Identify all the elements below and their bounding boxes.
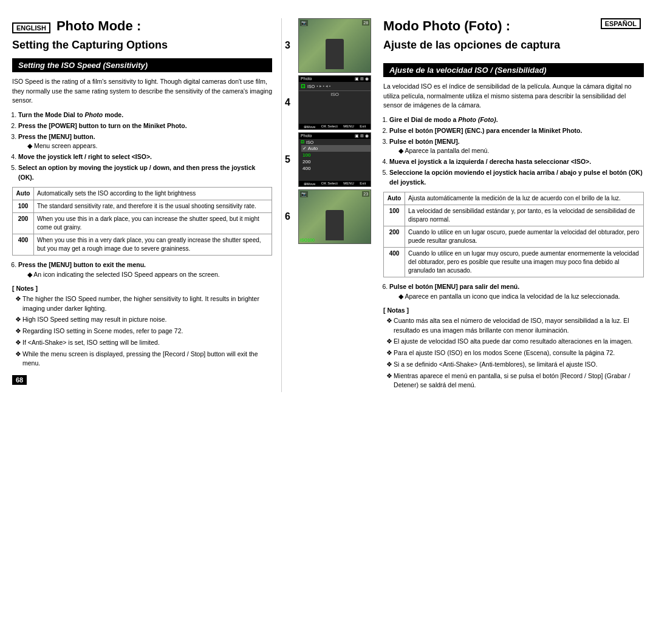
iso-r-label-200: 200 bbox=[384, 226, 405, 248]
note-item: The higher the ISO Speed number, the hig… bbox=[15, 294, 272, 314]
step-r3-sub: Aparece la pantalla del menú. bbox=[398, 146, 644, 156]
table-row: 200 When you use this in a dark place, y… bbox=[13, 213, 272, 234]
iso-table-right: Auto Ajusta automáticamente la medición … bbox=[383, 192, 644, 277]
cam-icons: ▣ ⊞ ◉ bbox=[355, 76, 369, 81]
iso-label-200: 200 bbox=[13, 213, 34, 234]
iso-r-desc-auto: Ajusta automáticamente la medición de la… bbox=[405, 192, 644, 205]
step-2: Press the [POWER] button to turn on the … bbox=[18, 121, 272, 131]
table-row: Auto Ajusta automáticamente la medición … bbox=[384, 192, 644, 205]
right-intro: La velocidad ISO es el índice de sensibi… bbox=[383, 82, 644, 110]
cam-icons-5: ▣ ⊞ ◉ bbox=[355, 134, 369, 138]
note-r-item: Cuanto más alta sea el número de velocid… bbox=[386, 316, 644, 336]
iso-r-label-400: 400 bbox=[384, 248, 405, 277]
iso-r-desc-400: Cuando lo utilice en un lugar muy oscuro… bbox=[405, 248, 644, 277]
cam-ui-header-4: Photo ▣ ⊞ ◉ bbox=[299, 76, 371, 82]
step-6: Press the [MENU] button to exit the menu… bbox=[18, 260, 272, 280]
footer-exit: Exit bbox=[360, 124, 366, 129]
english-badge: ENGLISH bbox=[12, 22, 50, 33]
note-r-item: Si a se definido <Anti-Shake> (Anti-temb… bbox=[386, 360, 644, 370]
steps-list-right: Gire el Dial de modo a Photo (Foto). Pul… bbox=[389, 115, 644, 187]
right-column: Modo Photo (Foto) : Ajuste de las opcion… bbox=[374, 18, 644, 392]
iso-desc-200: When you use this in a dark place, you c… bbox=[34, 213, 272, 234]
cam-iso-row: ⊡ ISO • ▸ • ◂ • bbox=[299, 82, 371, 90]
note-r-item: Mientras aparece el menú en pantalla, si… bbox=[386, 371, 644, 391]
left-title-line2: Setting the Capturing Options bbox=[12, 39, 272, 52]
page-number: 68 bbox=[12, 370, 272, 385]
iso-100-option: 100 bbox=[301, 152, 371, 158]
notes-section-right: [ Notas ] Cuanto más alta sea el número … bbox=[383, 307, 644, 390]
step-r6-sub-item: Aparece en pantalla un icono que indica … bbox=[398, 292, 644, 302]
cam-overlay-6-topright: 23 bbox=[362, 191, 369, 197]
iso-selected-icon: ⊡ bbox=[301, 83, 306, 89]
cam-photo-label-5: Photo bbox=[301, 134, 312, 138]
iso-heading-left: Setting the ISO Speed (Sensitivity) bbox=[12, 58, 272, 72]
step-r3-sub-item: Aparece la pantalla del menú. bbox=[398, 146, 644, 156]
cam-overlay-6-topleft: 📷 bbox=[300, 191, 308, 197]
camera-screen-3: 📷 28 bbox=[298, 18, 371, 73]
iso-auto-option: ✓ Auto bbox=[301, 145, 371, 152]
notes-list-left: The higher the ISO Speed number, the hig… bbox=[15, 294, 272, 368]
footer-menu: MENU bbox=[343, 124, 354, 129]
step-r6: Pulse el botón [MENU] para salir del men… bbox=[389, 282, 644, 302]
step-r5: Seleccione la opción moviendo el joystic… bbox=[389, 168, 644, 188]
note-item: While the menu screen is displayed, pres… bbox=[15, 350, 272, 369]
camera-screen-5: Photo ▣ ⊞ ◉ ⊡ ISO ✓ Auto 100 200 400 ⊕ bbox=[298, 132, 371, 187]
step-r4: Mueva el joystick a la izquierda / derec… bbox=[389, 157, 644, 167]
photo-background bbox=[299, 19, 371, 72]
cam-overlay-top-right: 28 bbox=[362, 20, 369, 25]
iso-r-desc-200: Cuando lo utilice en un lugar oscuro, pu… bbox=[405, 226, 644, 248]
iso-indicator: ISO100 bbox=[300, 238, 315, 242]
step-4: Move the joystick left / right to select… bbox=[18, 152, 272, 162]
footer-ok: OK Select bbox=[321, 124, 338, 129]
step-6-sub-item: An icon indicating the selected ISO Spee… bbox=[27, 270, 272, 280]
cam-iso-row-5: ⊡ ISO bbox=[299, 139, 371, 145]
iso-label-100: 100 bbox=[13, 200, 34, 213]
note-item: If <Anti-Shake> is set, ISO setting will… bbox=[15, 338, 272, 348]
iso-menu-label: ISO bbox=[307, 84, 315, 89]
cam-photo-label: Photo bbox=[301, 76, 312, 81]
step-num-3: 3 bbox=[285, 40, 295, 51]
steps-list-left: Turn the Mode Dial to Photo mode. Press … bbox=[18, 110, 272, 182]
right-title-line2: Ajuste de las opciones de captura bbox=[383, 39, 560, 52]
iso-option-dots: • ▸ • ◂ • bbox=[316, 84, 330, 89]
step-3-sub: Menu screen appears. bbox=[27, 141, 272, 151]
table-row: 200 Cuando lo utilice en un lugar oscuro… bbox=[384, 226, 644, 248]
notes-title-right: [ Notas ] bbox=[383, 307, 644, 314]
table-row: Auto Automatically sets the ISO accordin… bbox=[13, 188, 272, 200]
step-num-5: 5 bbox=[285, 154, 295, 165]
iso-desc-400: When you use this in a very dark place, … bbox=[34, 234, 272, 256]
iso-label-400: 400 bbox=[13, 234, 34, 256]
step-r6-sub: Aparece en pantalla un icono que indica … bbox=[398, 292, 644, 302]
iso-desc-auto: Automatically sets the ISO according to … bbox=[34, 188, 272, 200]
table-row: 100 The standard sensitivity rate, and t… bbox=[13, 200, 272, 213]
footer-ok-5: OK Select bbox=[321, 181, 338, 186]
table-row: 400 When you use this in a very dark pla… bbox=[13, 234, 272, 256]
note-item: High ISO Speed setting may result in pic… bbox=[15, 315, 272, 325]
cam-ui-header-5: Photo ▣ ⊞ ◉ bbox=[299, 133, 371, 139]
cam-footer-4: ⊕Move OK Select MENU Exit bbox=[299, 124, 371, 129]
left-column: ENGLISH Photo Mode : Setting the Capturi… bbox=[12, 18, 282, 392]
step-r3: Pulse el botón [MENU]. Aparece la pantal… bbox=[389, 137, 644, 157]
footer-move: ⊕Move bbox=[304, 124, 316, 129]
step-6-sub: An icon indicating the selected ISO Spee… bbox=[27, 270, 272, 280]
notes-section-left: [ Notes ] The higher the ISO Speed numbe… bbox=[12, 285, 272, 368]
left-header: ENGLISH Photo Mode : Setting the Capturi… bbox=[12, 18, 272, 52]
espanol-badge: ESPAÑOL bbox=[601, 18, 641, 29]
cam-footer-5: ⊕Move OK Select MENU Exit bbox=[299, 181, 371, 186]
iso-r-label-auto: Auto bbox=[384, 192, 405, 205]
iso-sel-icon-5: ⊡ bbox=[301, 140, 304, 144]
screenshot-5: 5 Photo ▣ ⊞ ◉ ⊡ ISO ✓ Auto 100 200 400 bbox=[285, 132, 371, 187]
step-3: Press the [MENU] button. Menu screen app… bbox=[18, 132, 272, 152]
iso-label-auto: Auto bbox=[13, 188, 34, 200]
cam-overlay-top-left: 📷 bbox=[300, 20, 308, 26]
step-num-6: 6 bbox=[285, 211, 295, 222]
footer-menu-5: MENU bbox=[343, 181, 354, 186]
iso-r-label-100: 100 bbox=[384, 205, 405, 226]
photo-person-silhouette bbox=[326, 39, 344, 69]
photo-background-6 bbox=[299, 190, 371, 243]
step-5: Select an option by moving the joystick … bbox=[18, 163, 272, 183]
camera-screen-6: 📷 23 ISO100 bbox=[298, 189, 371, 244]
screenshot-3: 3 📷 28 bbox=[285, 18, 371, 73]
iso-200-option: 200 bbox=[301, 158, 371, 165]
step-r2: Pulse el botón [POWER] (ENC.) para encen… bbox=[389, 126, 644, 136]
